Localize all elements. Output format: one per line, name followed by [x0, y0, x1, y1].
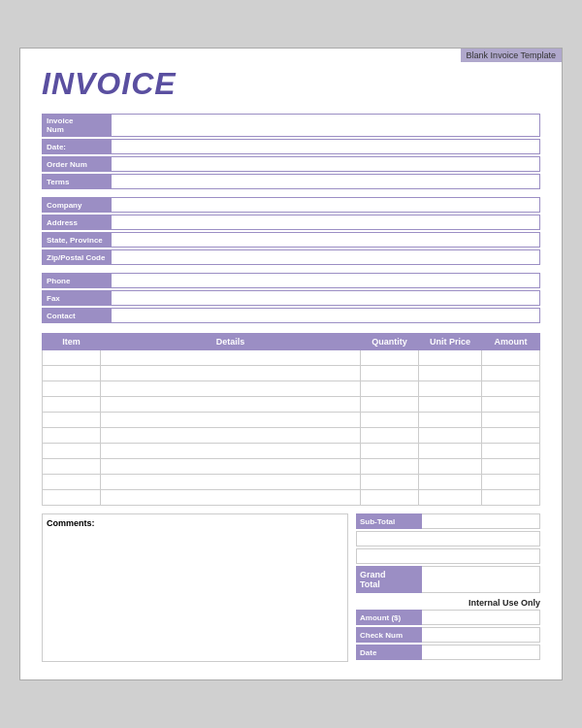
payment-date-label: Date — [356, 645, 422, 660]
terms-value[interactable] — [111, 175, 539, 188]
grand-total-label: GrandTotal — [356, 566, 422, 593]
payment-date-value[interactable] — [422, 645, 540, 660]
sub-total-value[interactable] — [422, 513, 540, 529]
contact-label: Contact — [43, 309, 111, 322]
phone-value[interactable] — [111, 274, 539, 287]
phone-label: Phone — [43, 274, 111, 287]
table-row[interactable] — [43, 490, 540, 506]
invoice-num-value[interactable] — [111, 115, 539, 136]
contact-row: Contact — [42, 308, 540, 323]
terms-label: Terms — [43, 175, 111, 188]
zip-postal-value[interactable] — [111, 250, 539, 264]
amount-label: Amount ($) — [356, 610, 422, 625]
date-row: Date: — [42, 139, 540, 154]
fax-label: Fax — [43, 291, 111, 305]
table-row[interactable] — [43, 413, 540, 428]
grand-total-value[interactable] — [422, 566, 540, 593]
table-row[interactable] — [43, 350, 540, 366]
order-num-value[interactable] — [111, 157, 539, 171]
col-amount: Amount — [482, 334, 540, 350]
empty-total-row-1 — [356, 531, 540, 546]
state-province-label: State, Province — [43, 233, 111, 247]
company-row: Company — [42, 197, 540, 213]
address-block: Company Address State, Province Zip/Post… — [42, 197, 540, 265]
table-row[interactable] — [43, 428, 540, 444]
address-label: Address — [43, 215, 111, 229]
state-province-value[interactable] — [111, 233, 539, 247]
fax-row: Fax — [42, 290, 540, 306]
invoice-num-row: InvoiceNum — [42, 114, 540, 137]
sub-total-label: Sub-Total — [356, 513, 422, 529]
empty-total-value-1[interactable] — [356, 531, 540, 546]
invoice-page: Blank Invoice Template INVOICE InvoiceNu… — [19, 48, 563, 680]
check-num-label: Check Num — [356, 627, 422, 643]
empty-total-row-2 — [356, 548, 540, 564]
address-row: Address — [42, 215, 540, 230]
bottom-section: Comments: Sub-Total GrandTotal Internal … — [42, 513, 540, 662]
table-row[interactable] — [43, 475, 540, 490]
order-num-label: Order Num — [43, 157, 111, 171]
fax-value[interactable] — [111, 291, 539, 305]
date-value[interactable] — [111, 140, 539, 153]
check-num-row: Check Num — [356, 627, 540, 643]
terms-row: Terms — [42, 174, 540, 189]
amount-row: Amount ($) — [356, 610, 540, 625]
contact-block: Phone Fax Contact — [42, 273, 540, 323]
table-row[interactable] — [43, 366, 540, 381]
invoice-info-block: InvoiceNum Date: Order Num Terms — [42, 114, 540, 189]
empty-total-value-2[interactable] — [356, 548, 540, 564]
check-num-value[interactable] — [422, 627, 540, 643]
invoice-title: INVOICE — [42, 66, 540, 102]
address-value[interactable] — [111, 215, 539, 229]
contact-value[interactable] — [111, 309, 539, 322]
col-quantity: Quantity — [361, 334, 419, 350]
amount-value[interactable] — [422, 610, 540, 625]
table-row[interactable] — [43, 444, 540, 459]
table-row[interactable] — [43, 459, 540, 475]
col-details: Details — [101, 334, 361, 350]
col-item: Item — [43, 334, 101, 350]
internal-use-label: Internal Use Only — [356, 595, 540, 610]
zip-postal-label: Zip/Postal Code — [43, 250, 111, 264]
invoice-num-label: InvoiceNum — [43, 115, 111, 136]
date-label: Date: — [43, 140, 111, 153]
template-label: Blank Invoice Template — [461, 49, 562, 62]
items-table: Item Details Quantity Unit Price Amount — [42, 333, 540, 506]
col-unit-price: Unit Price — [419, 334, 482, 350]
zip-postal-row: Zip/Postal Code — [42, 249, 540, 265]
table-row[interactable] — [43, 397, 540, 413]
table-row[interactable] — [43, 381, 540, 397]
comments-label: Comments: — [47, 518, 343, 528]
sub-total-row: Sub-Total — [356, 513, 540, 529]
state-province-row: State, Province — [42, 232, 540, 248]
comments-area[interactable]: Comments: — [42, 513, 348, 662]
grand-total-row: GrandTotal — [356, 566, 540, 593]
totals-section: Sub-Total GrandTotal Internal Use Only A… — [356, 513, 540, 662]
payment-date-row: Date — [356, 645, 540, 660]
phone-row: Phone — [42, 273, 540, 288]
company-label: Company — [43, 198, 111, 212]
order-num-row: Order Num — [42, 156, 540, 172]
company-value[interactable] — [111, 198, 539, 212]
